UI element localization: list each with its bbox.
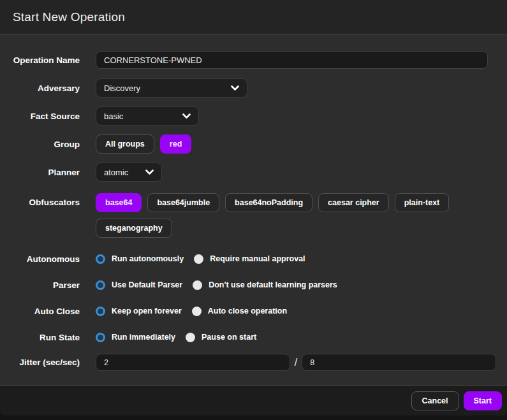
chevron-down-icon — [231, 85, 239, 91]
modal-footer: Cancel Start — [0, 385, 507, 416]
jitter-label: Jitter (sec/sec) — [0, 358, 96, 367]
auto-close-row: Auto Close Keep open forever Auto close … — [0, 305, 507, 317]
start-button[interactable]: Start — [464, 391, 502, 410]
modal-header: Start New Operation — [0, 0, 507, 34]
obfuscator-option-base64nopadding[interactable]: base64noPadding — [225, 193, 312, 212]
radio-option-auto-close-operation[interactable]: Auto close operation — [192, 307, 287, 316]
radio-option-use-default-parser[interactable]: Use Default Parser — [96, 280, 182, 290]
radio-selected-icon[interactable] — [96, 307, 105, 316]
run-state-label: Run State — [0, 333, 96, 342]
adversary-selected-value: Discovery — [104, 83, 140, 93]
fact-source-label: Fact Source — [0, 112, 96, 121]
jitter-max-input[interactable] — [302, 354, 496, 371]
parser-row: Parser Use Default Parser Don't use defa… — [0, 279, 507, 291]
operation-name-input[interactable] — [96, 51, 488, 69]
radio-option-no-default-learning-parsers[interactable]: Don't use default learning parsers — [193, 280, 337, 290]
planner-row: Planner atomic — [0, 163, 507, 182]
radio-selected-icon[interactable] — [96, 280, 105, 290]
modal-title: Start New Operation — [13, 10, 125, 24]
radio-selected-icon[interactable] — [96, 333, 105, 342]
radio-option-pause-on-start[interactable]: Pause on start — [186, 333, 256, 342]
group-label: Group — [0, 140, 96, 149]
radio-unselected-icon[interactable] — [193, 280, 202, 290]
radio-unselected-icon[interactable] — [186, 333, 195, 342]
radio-unselected-icon[interactable] — [192, 307, 202, 316]
fact-source-row: Fact Source basic — [0, 106, 507, 126]
chevron-down-icon — [182, 113, 191, 119]
group-option-red[interactable]: red — [160, 134, 191, 154]
adversary-row: Adversary Discovery — [0, 78, 507, 98]
autonomous-label: Autonomous — [0, 254, 96, 264]
jitter-row: Jitter (sec/sec) / — [0, 354, 507, 371]
obfuscator-option-base64jumble[interactable]: base64jumble — [147, 193, 219, 212]
obfuscator-option-plain-text[interactable]: plain-text — [395, 193, 450, 212]
radio-selected-icon[interactable] — [96, 254, 105, 264]
operation-name-row: Operation Name — [0, 51, 507, 69]
adversary-label: Adversary — [0, 83, 96, 93]
chevron-down-icon — [145, 170, 154, 175]
planner-selected-value: atomic — [104, 168, 128, 177]
obfuscator-option-base64[interactable]: base64 — [96, 193, 142, 212]
run-state-row: Run State Run immediately Pause on start — [0, 331, 507, 343]
obfuscator-option-steganography[interactable]: steganography — [96, 219, 172, 238]
radio-option-keep-open-forever[interactable]: Keep open forever — [96, 307, 182, 316]
planner-select[interactable]: atomic — [96, 163, 162, 182]
fact-source-select[interactable]: basic — [96, 106, 199, 126]
obfuscators-row: Obfuscators base64 base64jumble base64no… — [0, 193, 507, 238]
jitter-separator: / — [295, 357, 297, 368]
adversary-select[interactable]: Discovery — [96, 78, 247, 98]
cancel-button[interactable]: Cancel — [411, 391, 459, 410]
parser-label: Parser — [0, 280, 96, 290]
radio-option-require-manual-approval[interactable]: Require manual approval — [194, 254, 305, 264]
auto-close-label: Auto Close — [0, 307, 96, 316]
obfuscators-label: Obfuscators — [0, 193, 96, 207]
radio-option-run-autonomously[interactable]: Run autonomously — [96, 254, 184, 264]
start-new-operation-modal: Start New Operation Operation Name Adver… — [0, 0, 507, 420]
group-option-all-groups[interactable]: All groups — [96, 134, 154, 154]
planner-label: Planner — [0, 168, 96, 177]
radio-option-run-immediately[interactable]: Run immediately — [96, 333, 175, 342]
autonomous-row: Autonomous Run autonomously Require manu… — [0, 253, 507, 264]
obfuscator-option-caesar-cipher[interactable]: caesar cipher — [318, 193, 389, 212]
radio-unselected-icon[interactable] — [194, 254, 203, 264]
fact-source-selected-value: basic — [104, 112, 123, 121]
operation-name-label: Operation Name — [0, 55, 96, 65]
group-row: Group All groups red — [0, 134, 507, 154]
modal-body: Operation Name Adversary Discovery — [0, 34, 507, 385]
jitter-min-input[interactable] — [96, 354, 290, 371]
